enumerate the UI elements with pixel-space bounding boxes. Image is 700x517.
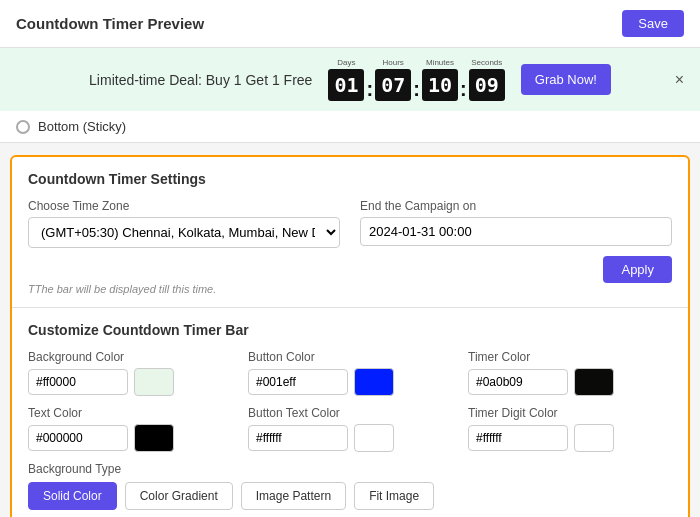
page-title: Countdown Timer Preview <box>16 15 204 32</box>
timer-color-input-row <box>468 368 672 396</box>
header: Countdown Timer Preview Save <box>0 0 700 48</box>
timer-days: Days 01 <box>328 58 364 101</box>
days-value: 01 <box>328 69 364 101</box>
customize-section: Customize Countdown Timer Bar Background… <box>12 308 688 517</box>
minutes-value: 10 <box>422 69 458 101</box>
days-label: Days <box>337 58 355 67</box>
close-icon[interactable]: × <box>675 71 684 89</box>
settings-title: Countdown Timer Settings <box>28 171 672 187</box>
minutes-label: Minutes <box>426 58 454 67</box>
timer-digit-color-swatch[interactable] <box>574 424 614 452</box>
apply-row: Apply <box>28 256 672 283</box>
bg-type-row: Solid Color Color Gradient Image Pattern… <box>28 482 672 510</box>
sticky-row: Bottom (Sticky) <box>0 111 700 143</box>
settings-box: Countdown Timer Settings Choose Time Zon… <box>10 155 690 517</box>
timezone-select[interactable]: (GMT+05:30) Chennai, Kolkata, Mumbai, Ne… <box>28 217 340 248</box>
timezone-label: Choose Time Zone <box>28 199 340 213</box>
promo-text: Limited-time Deal: Buy 1 Get 1 Free <box>89 72 312 88</box>
colon-2: : <box>413 79 420 101</box>
bg-type-label: Background Type <box>28 462 672 476</box>
timer-digit-color-label: Timer Digit Color <box>468 406 672 420</box>
text-color-swatch[interactable] <box>134 424 174 452</box>
timer-minutes: Minutes 10 <box>422 58 458 101</box>
text-color-group: Text Color <box>28 406 232 452</box>
text-color-input[interactable] <box>28 425 128 451</box>
timer-container: Days 01 : Hours 07 : Minutes 10 : Second… <box>328 58 504 101</box>
bg-type-fit-image[interactable]: Fit Image <box>354 482 434 510</box>
bg-color-group: Background Color <box>28 350 232 396</box>
button-color-label: Button Color <box>248 350 452 364</box>
hint-text: TThe bar will be displayed till this tim… <box>28 283 672 295</box>
preview-bar: Limited-time Deal: Buy 1 Get 1 Free Days… <box>0 48 700 111</box>
timer-hours: Hours 07 <box>375 58 411 101</box>
bg-type-image-pattern[interactable]: Image Pattern <box>241 482 346 510</box>
timer-color-label: Timer Color <box>468 350 672 364</box>
btn-text-color-group: Button Text Color <box>248 406 452 452</box>
text-color-label: Text Color <box>28 406 232 420</box>
btn-text-color-swatch[interactable] <box>354 424 394 452</box>
timer-color-group: Timer Color <box>468 350 672 396</box>
apply-button[interactable]: Apply <box>603 256 672 283</box>
bg-color-label: Background Color <box>28 350 232 364</box>
seconds-label: Seconds <box>471 58 502 67</box>
btn-text-color-input-row <box>248 424 452 452</box>
save-button[interactable]: Save <box>622 10 684 37</box>
button-color-input[interactable] <box>248 369 348 395</box>
colon-3: : <box>460 79 467 101</box>
button-color-swatch[interactable] <box>354 368 394 396</box>
settings-fields-row: Choose Time Zone (GMT+05:30) Chennai, Ko… <box>28 199 672 248</box>
bg-color-input-row <box>28 368 232 396</box>
bg-type-solid-color[interactable]: Solid Color <box>28 482 117 510</box>
bg-type-color-gradient[interactable]: Color Gradient <box>125 482 233 510</box>
grab-now-button[interactable]: Grab Now! <box>521 64 611 95</box>
timer-digit-color-input[interactable] <box>468 425 568 451</box>
timer-digit-color-input-row <box>468 424 672 452</box>
end-campaign-label: End the Campaign on <box>360 199 672 213</box>
bg-color-input[interactable] <box>28 369 128 395</box>
hours-value: 07 <box>375 69 411 101</box>
colon-1: : <box>366 79 373 101</box>
color-row-2: Text Color Button Text Color Timer Digit… <box>28 406 672 452</box>
color-row-1: Background Color Button Color Timer Colo… <box>28 350 672 396</box>
button-color-input-row <box>248 368 452 396</box>
btn-text-color-label: Button Text Color <box>248 406 452 420</box>
timer-seconds: Seconds 09 <box>469 58 505 101</box>
timer-settings-section: Countdown Timer Settings Choose Time Zon… <box>12 157 688 308</box>
timer-color-swatch[interactable] <box>574 368 614 396</box>
timer-digit-color-group: Timer Digit Color <box>468 406 672 452</box>
hours-label: Hours <box>383 58 404 67</box>
end-campaign-input[interactable] <box>360 217 672 246</box>
btn-text-color-input[interactable] <box>248 425 348 451</box>
seconds-value: 09 <box>469 69 505 101</box>
end-campaign-group: End the Campaign on <box>360 199 672 248</box>
bg-color-swatch[interactable] <box>134 368 174 396</box>
button-color-group: Button Color <box>248 350 452 396</box>
sticky-radio[interactable] <box>16 120 30 134</box>
customize-title: Customize Countdown Timer Bar <box>28 322 672 338</box>
timezone-group: Choose Time Zone (GMT+05:30) Chennai, Ko… <box>28 199 340 248</box>
sticky-label: Bottom (Sticky) <box>38 119 126 134</box>
text-color-input-row <box>28 424 232 452</box>
timer-color-input[interactable] <box>468 369 568 395</box>
